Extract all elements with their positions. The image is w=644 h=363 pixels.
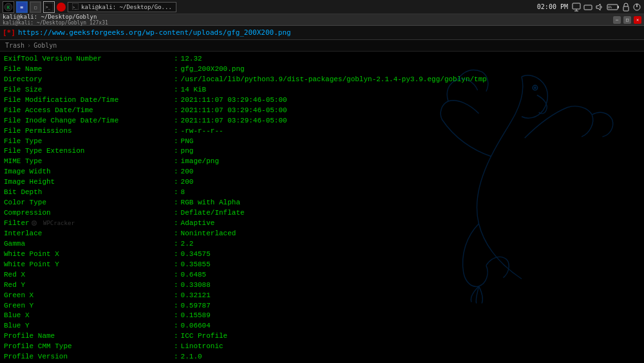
exif-row: Bit Depth:8	[4, 188, 640, 198]
exif-row: ExifTool Version Number:12.32	[4, 54, 640, 64]
exif-value: 8	[181, 188, 185, 198]
exif-value: png	[181, 146, 194, 157]
taskbar-system-icons: 0%	[572, 3, 641, 12]
taskbar-terminal-icon: >_	[72, 3, 79, 11]
exif-value: 2021:11:07 03:29:46-05:00	[181, 116, 287, 126]
window-title-sub: kali@kali: ~/Desktop/Goblyn 127x31	[3, 20, 108, 26]
taskbar-window[interactable]: >_ kali@kali: ~/Desktop/Go...	[68, 2, 176, 12]
exif-row: File Size:14 KiB	[4, 85, 640, 95]
taskbar-red-icon[interactable]	[57, 3, 66, 12]
exif-colon: :	[174, 137, 178, 147]
exif-row: File Access Date/Time:2021:11:07 03:29:4…	[4, 106, 640, 116]
window-controls: – □ ✕	[613, 16, 641, 24]
exif-row: Blue X:0.15589	[4, 311, 640, 321]
lock-icon	[622, 3, 630, 12]
taskbar-icon-1[interactable]: ≡	[16, 1, 28, 13]
exif-key: Bit Depth	[4, 188, 171, 198]
exif-key: Profile Name	[4, 331, 171, 342]
exif-value: /usr/local/lib/python3.9/dist-packages/g…	[181, 75, 487, 85]
exif-value: 0.6485	[181, 270, 207, 280]
exif-key: Green X	[4, 291, 171, 301]
exif-value: 0.32121	[181, 291, 211, 301]
exif-value: 0.35855	[181, 260, 211, 270]
exif-value: 0.33088	[181, 280, 211, 291]
svg-rect-19	[618, 6, 619, 8]
exif-colon: :	[174, 331, 178, 342]
svg-text:>_: >_	[73, 5, 77, 10]
exif-colon: :	[174, 260, 178, 270]
exif-row: White Point Y:0.35855	[4, 260, 640, 270]
exif-colon: :	[174, 280, 178, 291]
maximize-button[interactable]: □	[623, 16, 631, 24]
exif-row: Compression:Deflate/Inflate	[4, 208, 640, 219]
exif-colon: :	[174, 146, 178, 157]
exif-value: 2021:11:07 03:29:46-05:00	[181, 95, 287, 106]
exif-row: Gamma:2.2	[4, 239, 640, 250]
exif-value: Noninterlaced	[181, 229, 236, 239]
exif-key: File Modification Date/Time	[4, 95, 171, 106]
exif-value: image/png	[181, 157, 219, 167]
exif-colon: :	[174, 301, 178, 311]
breadcrumb-trash[interactable]: Trash	[5, 42, 24, 49]
url-text: https://www.geeksforgeeks.org/wp-content…	[18, 28, 291, 37]
exif-colon: :	[174, 208, 178, 219]
exif-row: Image Height:200	[4, 177, 640, 188]
exif-colon: :	[174, 342, 178, 352]
exif-value: gfg_200X200.png	[181, 64, 245, 75]
exif-value: 2021:11:07 03:29:46-05:00	[181, 106, 287, 116]
taskbar-left: K ≡ □ >_ >_ kali@kali: ~/Desktop/Go...	[3, 1, 176, 13]
svg-rect-13	[584, 5, 592, 10]
exif-key: File Type	[4, 137, 171, 147]
exif-colon: :	[174, 352, 178, 362]
exif-value: PNG	[181, 137, 194, 147]
exif-colon: :	[174, 198, 178, 208]
exif-key: Profile Version	[4, 352, 171, 362]
exif-key: Red X	[4, 270, 171, 280]
exif-key: File Inode Change Date/Time	[4, 116, 171, 126]
exif-row: Profile Name:ICC Profile	[4, 331, 640, 342]
svg-rect-21	[623, 6, 629, 11]
breadcrumb-sep: ›	[27, 42, 31, 49]
exif-key: Filter WPCracker	[4, 219, 171, 229]
svg-marker-17	[596, 4, 600, 10]
exif-container: ExifTool Version Number:12.32File Name:g…	[4, 54, 640, 362]
exif-colon: :	[174, 126, 178, 137]
exif-row: Interlace:Noninterlaced	[4, 229, 640, 239]
exif-key: Blue Y	[4, 321, 171, 331]
minimize-button[interactable]: –	[613, 16, 621, 24]
exif-colon: :	[174, 177, 178, 188]
exif-value: 0.06604	[181, 321, 211, 331]
exif-key: File Name	[4, 64, 171, 75]
exif-row: Image Width:200	[4, 167, 640, 177]
svg-point-26	[33, 222, 35, 224]
taskbar-icon-2[interactable]: □	[30, 1, 41, 13]
exif-key: Color Type	[4, 198, 171, 208]
close-button[interactable]: ✕	[634, 16, 641, 24]
exif-key: File Size	[4, 85, 171, 95]
exif-key: Interlace	[4, 229, 171, 239]
exif-value: 12.32	[181, 54, 202, 64]
exif-key: File Type Extension	[4, 146, 171, 157]
exif-row: Green Y:0.59787	[4, 301, 640, 311]
taskbar-icon-3[interactable]: >_	[43, 1, 55, 13]
breadcrumb-goblyn[interactable]: Goblyn	[33, 42, 57, 49]
exif-colon: :	[174, 75, 178, 85]
taskbar-time: 02:00 PM	[537, 3, 568, 10]
url-bar: [*] https://www.geeksforgeeks.org/wp-con…	[0, 26, 644, 40]
window-titlebar: kali@kali: ~/Desktop/Goblyn kali@kali: ~…	[0, 14, 644, 26]
exif-colon: :	[174, 85, 178, 95]
exif-colon: :	[174, 167, 178, 177]
kali-icon[interactable]: K	[3, 1, 14, 13]
exif-key: File Permissions	[4, 126, 171, 137]
exif-row: File Inode Change Date/Time:2021:11:07 0…	[4, 116, 640, 126]
exif-row: Green X:0.32121	[4, 291, 640, 301]
exif-row: MIME Type:image/png	[4, 157, 640, 167]
exif-key: Compression	[4, 208, 171, 219]
breadcrumb: Trash › Goblyn	[0, 40, 644, 52]
exif-colon: :	[174, 95, 178, 106]
exif-value: ICC Profile	[181, 331, 228, 342]
exif-colon: :	[174, 229, 178, 239]
battery-icon: 0%	[607, 3, 620, 12]
exif-key: Image Height	[4, 177, 171, 188]
url-prefix: [*]	[3, 28, 15, 37]
